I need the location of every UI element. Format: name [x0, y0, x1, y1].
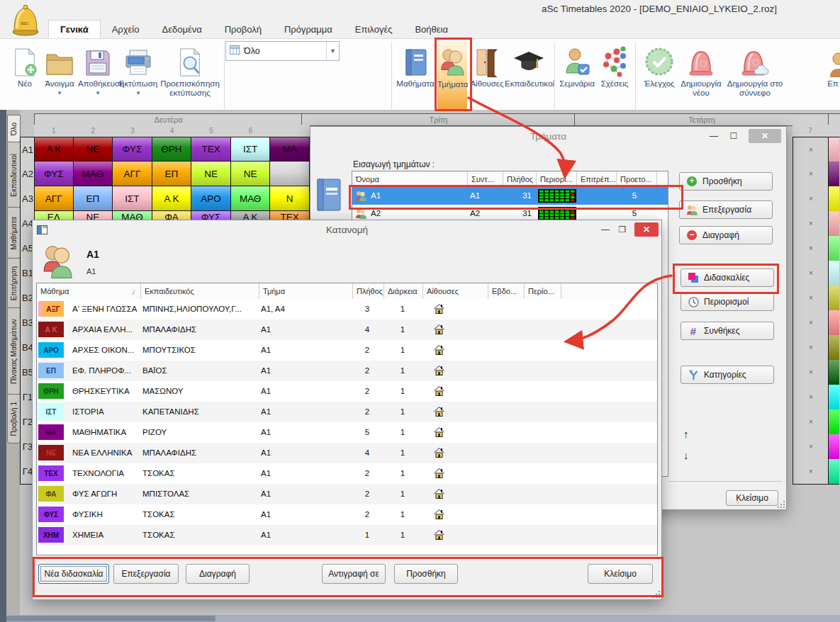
lessons-col-3[interactable]: Τμήμα: [259, 283, 353, 299]
scrollbar-thumb[interactable]: [6, 616, 215, 621]
lesson-row-1[interactable]: ΑΞΓΑ' ΞΕΝΗ ΓΛΩΣΣΑΜΠΙΝΗΣ,ΗΛΙΟΠΟΥΛΟΥ,Γ...A…: [37, 299, 657, 320]
side-tab-2[interactable]: Εκπαιδευτικοί: [7, 142, 21, 208]
copy-to-button[interactable]: Αντιγραφή σε: [322, 564, 386, 584]
cell-A1-7[interactable]: ΜΑ: [270, 137, 310, 162]
print-preview-button[interactable]: Προεπισκόπηση εκτύπωσης: [159, 40, 221, 108]
lessons-col-5[interactable]: Διάρκεια: [384, 283, 423, 299]
maximize-button[interactable]: ☐: [724, 129, 743, 143]
edge-cell-B2[interactable]: [828, 285, 839, 311]
edge-cell-Γ4[interactable]: [828, 459, 839, 485]
menu-tab-1[interactable]: Γενικά: [48, 20, 101, 38]
class-row-A1[interactable]: A1A1315: [352, 187, 668, 205]
cell-A3-3[interactable]: ΙΣΤ: [113, 186, 152, 211]
menu-tab-3[interactable]: Δεδομένα: [150, 20, 213, 38]
edge-cell-A3[interactable]: [828, 186, 839, 212]
lessons-col-4[interactable]: Πλήθος: [353, 283, 384, 299]
blocked-cell-A4[interactable]: ×: [793, 211, 829, 237]
edge-cell-B4[interactable]: [828, 335, 839, 361]
lesson-row-7[interactable]: ΜΑΜΑΘΗΜΑΤΙΚΑΡΙΖΟΥA151: [37, 422, 657, 443]
blocked-cell-B4[interactable]: ×: [793, 335, 829, 361]
blocked-cell-Γ3[interactable]: ×: [793, 434, 829, 460]
cell-A2-1[interactable]: ΦΥΣ: [34, 162, 74, 186]
cell-A2-7[interactable]: [270, 162, 310, 186]
cell-A3-6[interactable]: ΜΑΘ: [231, 186, 271, 211]
menu-tab-7[interactable]: Βοήθεια: [403, 20, 459, 38]
blocked-cell-A3[interactable]: ×: [793, 186, 829, 212]
blocked-cell-A5[interactable]: ×: [793, 236, 829, 261]
edge-cell-A4[interactable]: [828, 211, 839, 237]
classes-button[interactable]: Τμήματα: [437, 40, 468, 110]
side-tab-3[interactable]: Μαθήματα: [7, 207, 21, 259]
cell-A3-4[interactable]: Α Κ: [152, 186, 192, 211]
blocked-cell-A2[interactable]: ×: [793, 162, 829, 187]
check-button[interactable]: Έλεγχος: [641, 40, 678, 108]
classes-col-5[interactable]: Επιτρέπ...: [577, 171, 617, 187]
new-lesson-button[interactable]: Νέα διδασκαλία: [38, 564, 109, 584]
blocked-cell-Γ4[interactable]: ×: [793, 459, 829, 485]
lessons-col-6[interactable]: Αίθουσες: [423, 283, 488, 299]
conditions-button[interactable]: # Συνθήκες: [681, 322, 774, 340]
cell-A3-7[interactable]: Ν: [270, 186, 310, 211]
generate-new-button[interactable]: Δημιουργία νέου: [679, 40, 723, 108]
menu-tab-4[interactable]: Προβολή: [213, 20, 273, 38]
classes-close-button[interactable]: Κλείσιμο: [726, 490, 778, 506]
blocked-cell-A1[interactable]: ×: [793, 137, 829, 163]
classes-col-3[interactable]: Πλήθος: [503, 171, 537, 187]
edge-cell-Γ2[interactable]: [828, 409, 839, 435]
relations-button[interactable]: Σχέσεις: [597, 40, 632, 108]
categories-button[interactable]: Κατηγορίες: [681, 366, 774, 384]
edit-class-button[interactable]: Επεξεργασία: [679, 200, 773, 219]
lessons-col-7[interactable]: Εβδο...: [488, 283, 525, 299]
cell-A1-2[interactable]: ΝΕ: [74, 137, 113, 162]
edge-cell-A1[interactable]: [828, 137, 839, 163]
menu-tab-2[interactable]: Αρχείο: [101, 20, 151, 38]
cell-A3-2[interactable]: ΕΠ: [74, 186, 113, 211]
cell-A3-1[interactable]: ΑΓΓ: [34, 186, 74, 211]
side-tab-1[interactable]: Όλο: [7, 115, 21, 143]
move-up-button[interactable]: ↑: [683, 428, 689, 440]
menu-tab-6[interactable]: Επιλογές: [344, 20, 404, 38]
lesson-row-8[interactable]: ΝΕΝΕΑ ΕΛΛΗΝΙΚΑΜΠΑΛΑΦΙΔΗΣA141: [37, 443, 657, 463]
cell-A2-2[interactable]: ΜΑΘ: [74, 162, 113, 186]
blocked-cell-B2[interactable]: ×: [793, 285, 829, 311]
edit-lesson-button[interactable]: Επεξεργασία: [113, 564, 179, 584]
side-tab-6[interactable]: Προβολή 1: [7, 394, 21, 443]
new-button[interactable]: Νέο: [9, 40, 41, 108]
horizontal-scrollbar[interactable]: [6, 615, 840, 622]
delete-lesson-button[interactable]: Διαγραφή: [186, 564, 250, 584]
row-label-A2[interactable]: A2: [20, 162, 35, 187]
minimize-button[interactable]: —: [597, 222, 614, 237]
maximize-button[interactable]: ❒: [614, 222, 631, 237]
blocked-cell-Γ1[interactable]: ×: [793, 385, 829, 410]
edge-cell-A5[interactable]: [828, 236, 839, 261]
resize-grip[interactable]: [776, 499, 785, 508]
row-label-A3[interactable]: A3: [20, 186, 35, 212]
edge-cell-B5[interactable]: [828, 360, 839, 385]
lesson-row-5[interactable]: ΘΡΗΘΡΗΣΚΕΥΤΙΚΑΜΑΣΩΝΟΥA121: [37, 381, 657, 402]
cell-A1-5[interactable]: ΤΕΧ: [191, 137, 231, 162]
edge-cell-Γ1[interactable]: [828, 385, 839, 410]
cell-A2-3[interactable]: ΑΓΓ: [113, 162, 152, 186]
cell-A1-4[interactable]: ΘΡΗ: [152, 137, 192, 162]
blocked-cell-B3[interactable]: ×: [793, 310, 829, 336]
close-button[interactable]: ✕: [749, 129, 781, 143]
classes-col-4[interactable]: Περιορι...: [537, 171, 577, 187]
lessons-col-1[interactable]: Μάθημα: [37, 283, 141, 299]
minimize-button[interactable]: —: [705, 129, 723, 143]
chevron-down-icon[interactable]: ▾: [41, 89, 78, 96]
subjects-button[interactable]: Μαθήματα: [396, 40, 435, 108]
blocked-cell-B1[interactable]: ×: [793, 261, 829, 286]
delete-class-button[interactable]: − Διαγραφή: [679, 226, 773, 244]
blocked-cell-B5[interactable]: ×: [793, 360, 829, 385]
print-button[interactable]: Εκτύπωση ▾: [118, 40, 159, 108]
menu-tab-5[interactable]: Πρόγραμμα: [273, 20, 344, 38]
distribution-close-button[interactable]: Κλείσιμο: [588, 564, 653, 584]
classes-col-1[interactable]: Όνομα: [352, 171, 468, 187]
lesson-row-6[interactable]: ΙΣΤΙΣΤΟΡΙΑΚΑΠΕΤΑΝΙΔΗΣA121: [37, 402, 657, 422]
cell-A1-3[interactable]: ΦΥΣ: [113, 137, 152, 162]
move-down-button[interactable]: ↓: [683, 449, 689, 461]
edge-cell-A2[interactable]: [828, 162, 839, 187]
lesson-row-2[interactable]: Α ΚΑΡΧΑΙΑ ΕΛΛΗ...ΜΠΑΛΑΦΙΔΗΣA141: [37, 320, 657, 340]
edge-cell-B1[interactable]: [828, 261, 839, 286]
cell-A2-6[interactable]: ΝΕ: [231, 162, 271, 186]
